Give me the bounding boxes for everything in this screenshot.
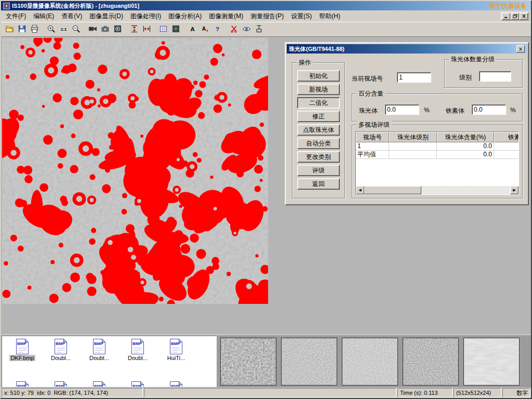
menu-item-2[interactable]: 查看(V) (58, 10, 86, 22)
menu-item-1[interactable]: 编辑(E) (30, 10, 58, 22)
video-icon (88, 24, 97, 35)
grid-button[interactable] (157, 23, 169, 35)
actual-size-button[interactable]: 1:1 (57, 23, 70, 35)
zoom-in-button[interactable] (45, 23, 57, 35)
micrometer-button[interactable] (252, 23, 265, 35)
file-item-4[interactable]: BMPHuiTi... (157, 338, 195, 361)
app-window: IS100显微摄像系统(金相分析版) - [zhuguangti01] 济宁仪器… (0, 0, 532, 399)
thumbnail-image-3[interactable] (342, 338, 398, 385)
dialog-body: 操作 初始化新视场二值化修正点取珠光体自动分类更改类别评级返回 当前视场号 珠光… (287, 54, 527, 203)
operation-group: 操作 初始化新视场二值化修正点取珠光体自动分类更改类别评级返回 (292, 62, 345, 198)
file-name: Doubl... (50, 355, 72, 361)
zoom-out-button[interactable] (70, 23, 82, 35)
thumbnail-image-4[interactable] (403, 338, 459, 385)
table-header-0[interactable]: 视场号 (356, 132, 389, 142)
file-item-partial-1[interactable]: BMP (42, 381, 80, 387)
scroll-right-button[interactable]: ▶ (510, 186, 518, 194)
percent-group-label: 百分含量 (356, 90, 385, 97)
percent-group: 百分含量 珠光体 % 铁素体 % (352, 94, 523, 122)
marker-button[interactable] (169, 23, 182, 35)
micrograph-image[interactable] (2, 38, 268, 304)
table-cell (389, 142, 437, 151)
mdi-close-button[interactable] (520, 13, 528, 20)
caliper-horizontal-button[interactable] (140, 23, 153, 35)
svg-text:BMP: BMP (94, 341, 103, 346)
svg-text:BMP: BMP (56, 341, 65, 346)
scroll-track[interactable] (364, 186, 510, 194)
window-title: IS100显微摄像系统(金相分析版) - [zhuguangti01] (12, 2, 139, 10)
bmp-file-icon: BMP (53, 381, 69, 387)
menu-item-7[interactable]: 测量报告(P) (247, 10, 287, 22)
svg-text:BMP: BMP (17, 384, 26, 387)
file-item-2[interactable]: BMPDoubl... (80, 338, 118, 361)
thumbnail-image-5[interactable] (463, 338, 520, 385)
preview-button[interactable] (240, 23, 252, 35)
op-button-0[interactable]: 初始化 (297, 70, 340, 82)
op-button-1[interactable]: 新视场 (297, 84, 340, 95)
toolbar: 1:1AAx? (1, 22, 531, 36)
preview-icon (242, 24, 251, 35)
mdi-minimize-button[interactable] (502, 13, 510, 20)
mdi-restore-button[interactable] (511, 13, 519, 20)
thumbnail-image-2[interactable] (281, 338, 337, 385)
dialog-title: 珠光体(GB/T9441-88) (289, 45, 344, 53)
text-button[interactable]: A (186, 23, 198, 35)
open-button[interactable] (3, 23, 16, 35)
title-bar[interactable]: IS100显微摄像系统(金相分析版) - [zhuguangti01] 济宁仪器… (1, 1, 531, 10)
svg-text:BMP: BMP (171, 341, 180, 346)
print-button[interactable] (28, 23, 41, 35)
status-bar: x: 510 y: 79 idx: 0 RGB: (174, 174, 174)… (1, 388, 531, 398)
menu-item-3[interactable]: 图像显示(D) (86, 10, 127, 22)
dialog-title-bar[interactable]: 珠光体(GB/T9441-88) (287, 44, 527, 54)
bmp-file-icon: BMP (168, 338, 184, 355)
mdi-controls (501, 12, 529, 21)
op-button-5[interactable]: 自动分类 (297, 138, 340, 149)
menu-item-5[interactable]: 图像分析(A) (165, 10, 205, 22)
video-button[interactable] (86, 23, 99, 35)
help-button[interactable]: ? (211, 23, 223, 35)
file-item-partial-3[interactable]: BMP (118, 381, 157, 387)
scroll-left-button[interactable]: ◀ (356, 186, 364, 194)
file-item-3[interactable]: BMPDoubl... (118, 338, 157, 361)
table-row-1[interactable]: 平均值0.0 (356, 151, 518, 159)
table-hscrollbar[interactable]: ◀ ▶ (356, 186, 518, 194)
file-item-partial-4[interactable]: BMP (157, 381, 195, 387)
op-button-7[interactable]: 评级 (297, 165, 340, 176)
table-row-0[interactable]: 10.0 (356, 142, 518, 151)
menu-item-4[interactable]: 图像处理(I) (127, 10, 165, 22)
dialog-close-button[interactable] (516, 45, 525, 52)
ferrite-input[interactable] (472, 104, 506, 115)
current-field-input[interactable] (397, 72, 431, 83)
menu-item-8[interactable]: 设置(S) (287, 10, 315, 22)
op-button-3[interactable]: 修正 (297, 111, 340, 122)
file-item-partial-2[interactable]: BMP (80, 381, 118, 387)
cut-button[interactable] (228, 23, 240, 35)
app-icon (3, 3, 10, 9)
op-button-4[interactable]: 点取珠光体 (297, 124, 340, 136)
menu-item-6[interactable]: 图像测量(M) (205, 10, 247, 22)
scroll-thumb[interactable] (364, 186, 421, 194)
op-button-6[interactable]: 更改类别 (297, 151, 340, 163)
table-header-2[interactable]: 珠光体含量(%) (437, 132, 494, 142)
capture-button[interactable] (111, 23, 124, 35)
thumbnail-image-1[interactable] (220, 338, 276, 385)
file-browser[interactable]: BMPDKF.bmpBMPDoubl...BMPDoubl...BMPDoubl… (2, 336, 217, 387)
file-item-0[interactable]: BMPDKF.bmp (3, 338, 42, 361)
file-item-1[interactable]: BMPDoubl... (42, 338, 80, 361)
menu-item-0[interactable]: 文件(F) (2, 10, 30, 22)
op-button-8[interactable]: 返回 (297, 178, 340, 190)
camera-button[interactable] (99, 23, 111, 35)
save-button[interactable] (16, 23, 28, 35)
status-size: (512x512x24) (454, 388, 501, 397)
text-style-button[interactable]: Ax (198, 23, 211, 35)
op-button-2[interactable]: 二值化 (297, 97, 340, 109)
caliper-vertical-button[interactable] (128, 23, 140, 35)
file-item-partial-0[interactable]: BMP (3, 381, 42, 387)
menu-item-9[interactable]: 帮助(H) (315, 10, 344, 22)
table-header-3[interactable]: 铁素体 (494, 132, 518, 142)
table-header-1[interactable]: 珠光体级别 (389, 132, 437, 142)
menu-items: 文件(F)编辑(E)查看(V)图像显示(D)图像处理(I)图像分析(A)图像测量… (2, 10, 344, 22)
pearlite-input[interactable] (385, 104, 419, 115)
level-input[interactable] (479, 71, 511, 82)
pearlite-dialog: 珠光体(GB/T9441-88) 操作 初始化新视场二值化修正点取珠光体自动分类… (285, 42, 529, 205)
